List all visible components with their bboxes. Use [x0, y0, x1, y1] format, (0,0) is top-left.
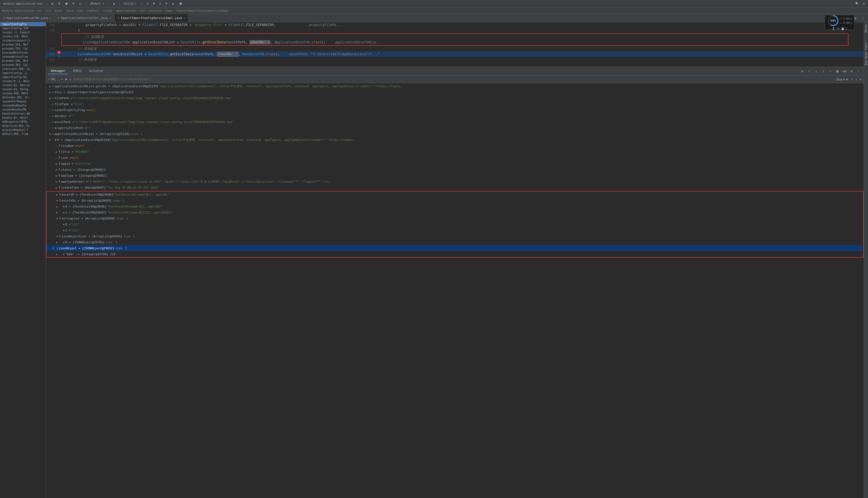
callstack-item-13[interactable]: importConfig:92,	[0, 75, 46, 79]
close-tab-2[interactable]: ✕	[184, 16, 185, 19]
breadcrumb-java[interactable]: java	[66, 9, 73, 12]
git-run-btn[interactable]: ⏵	[171, 1, 176, 6]
watch-input[interactable]	[73, 78, 832, 81]
git-cross-btn[interactable]: ✗	[146, 1, 150, 6]
callstack-item-1[interactable]: importConfig:194	[0, 26, 46, 30]
callstack-item-20[interactable]: invokeAndHandle	[0, 104, 46, 107]
var-row-stringlist[interactable]: ▼ f stringList = {ArrayList@29690} size:…	[46, 215, 863, 221]
callstack-item-11[interactable]: intercept:708, Cg	[0, 67, 46, 71]
filter-check[interactable]: ✓ XN... ▾	[48, 78, 63, 81]
filter-sort-icon[interactable]: ↕	[69, 78, 71, 81]
callstack-item-14[interactable]: invoke:0:-1, Nati	[0, 79, 46, 83]
toggle-linenum[interactable]: —	[55, 144, 58, 147]
toggle-filepath[interactable]: ▶	[48, 97, 52, 100]
nav-up-btn[interactable]: ↑	[851, 78, 853, 81]
var-row-createtime[interactable]: ▶ f createTime = {Date@29687} "Thu Aug 1…	[46, 184, 864, 191]
callstack-item-7[interactable]: proceedWithInvoc	[0, 51, 46, 55]
maven-label[interactable]: Maven	[865, 24, 867, 32]
callstack-item-12[interactable]: importConfig:-1,	[0, 71, 46, 75]
var-row-coverproperty[interactable]: — ∞ coverPropertyFlag = null	[46, 107, 864, 113]
debug-more2-btn[interactable]: ⋮	[856, 68, 862, 74]
toggle-excelpath[interactable]: —	[48, 121, 52, 123]
breadcrumb-module[interactable]: module-application-svc	[2, 9, 42, 12]
toggle-bbb[interactable]: ▶	[55, 253, 59, 256]
lang-select[interactable]: Java ▾	[835, 78, 849, 81]
toggle-destdir[interactable]: —	[48, 115, 52, 118]
callstack-item-15[interactable]: invoke:62, Native	[0, 83, 46, 87]
var-row-icon[interactable]: — f icon = null	[46, 155, 864, 161]
callstack-item-19[interactable]: invokeForReques	[0, 100, 46, 104]
callstack-item-23[interactable]: handle:87, Abstr	[0, 116, 46, 120]
debug-lines-btn[interactable]: ≡≡	[841, 68, 847, 74]
pause-btn[interactable]: ⏸	[57, 1, 62, 6]
nav-down-btn[interactable]: ↓	[856, 78, 857, 81]
debug-settings-btn[interactable]: ⚙	[849, 68, 854, 74]
toggle-apptype[interactable]: ▶	[55, 174, 58, 177]
breadcrumb-impl[interactable]: impl	[165, 9, 173, 12]
debug-up-btn[interactable]: ⇑	[806, 68, 812, 74]
debug-flag-btn[interactable]: ⚐	[827, 68, 833, 74]
tab-exportimportconfig[interactable]: I ExportImportConfigServiceImpl.java ✕	[114, 14, 189, 22]
callstack-item-10[interactable]: proceed:763, Cgl	[0, 63, 46, 67]
toggle-stringlist-1[interactable]: —	[55, 229, 59, 232]
filter-funnel-icon[interactable]: ⚑	[65, 78, 67, 81]
callstack-item-17[interactable]: invoke:498, Meth	[0, 91, 46, 95]
git-sync-btn[interactable]: ↺	[158, 1, 162, 6]
debug-menu-btn[interactable]: ≡	[799, 68, 805, 74]
var-row-excelpath[interactable]: — ∞ excelPath = "C:\Users\16872\AppData\…	[46, 119, 864, 125]
callstack-item-8[interactable]: invokeWithinTran	[0, 55, 46, 59]
bigdata-tools-label[interactable]: Big Data Tools	[865, 42, 867, 65]
toggle-jsonobject[interactable]: ▼	[52, 247, 55, 250]
callstack-item-21[interactable]: invokeHandlerMe	[0, 107, 46, 112]
var-row-appexcelvolist-get[interactable]: ▶ ∞ applicationExcelVOList.get(0) = {App…	[46, 83, 864, 89]
breadcrumb-class[interactable]: ExportImportConfigServiceImpl	[177, 9, 229, 12]
callstack-item-9[interactable]: proceed:186, Ref	[0, 59, 46, 63]
toggle-excelvos-0[interactable]: ▶	[55, 205, 59, 208]
toggle-icon[interactable]: —	[55, 156, 58, 159]
callstack-item-4[interactable]: invokeJoinpoint:3	[0, 38, 46, 42]
var-row-excelvo[interactable]: ▶ f excelVO = {TestExcelVO@29688} "TestE…	[46, 192, 863, 197]
toggle-excelvos-1[interactable]: ▶	[55, 211, 59, 214]
callstack-item-2[interactable]: invoke:-1, Export	[0, 30, 46, 35]
debug-grid-btn[interactable]: ▦	[835, 68, 840, 74]
undo-btn[interactable]: ↺	[78, 1, 82, 6]
breadcrumb-com[interactable]: com	[77, 9, 83, 12]
toggle-jsonobjectlist[interactable]: ▼	[55, 235, 59, 238]
var-row-title[interactable]: ▶ f title = "平台管理"	[46, 149, 864, 155]
toggle-excelvo[interactable]: ▶	[55, 193, 59, 196]
var-row-jsonobjectlist-0[interactable]: ▶ ≡ 0 = {JSONObject@29701} size: 1	[46, 239, 863, 245]
var-row-status[interactable]: ▶ f status = {Integer@29686} 0	[46, 167, 864, 173]
toggle-excelvos[interactable]: ▼	[55, 199, 59, 202]
tab-actuator[interactable]: Actuator	[87, 68, 106, 74]
tab-applicationcontroller[interactable]: J ApplicationController.java ✕	[54, 14, 114, 22]
toggle-stringlist-0[interactable]: —	[55, 223, 59, 226]
toggle-title[interactable]: ▶	[55, 150, 58, 153]
settings-btn[interactable]: ⚙	[862, 1, 866, 6]
toggle-appexcelvolist-get[interactable]: ▶	[48, 85, 52, 88]
var-row-appexcelvolist[interactable]: ▼ ∞ applicationExcelVOList = {ArrayList@…	[46, 131, 864, 137]
breadcrumb-svc[interactable]: svc	[140, 9, 145, 12]
breadcrumb-main[interactable]: main	[55, 9, 62, 12]
breadcrumb-cloud[interactable]: cloud	[103, 9, 112, 12]
var-row-appexcelvo-0[interactable]: ▼ 0 0 = {ApplicationExcelVO@25139} "Appl…	[46, 137, 864, 143]
toggle-appid[interactable]: ▶	[55, 162, 58, 165]
rebuild-btn[interactable]: ⟳	[71, 1, 76, 6]
var-row-propertyfilepath[interactable]: — ∞ propertyFilePath = ""	[46, 125, 864, 131]
tab-console[interactable]: 控制台	[70, 68, 84, 75]
var-row-filepath[interactable]: ▶ ∞ filePath = "C:\Users\16872\AppData\L…	[46, 95, 864, 101]
breadcrumb-service[interactable]: service	[149, 9, 161, 12]
callstack-item-18[interactable]: doInvoke:205, In	[0, 95, 46, 100]
git-check-btn[interactable]: ✓	[140, 1, 144, 6]
filter-dropdown-icon[interactable]: ▾	[61, 78, 63, 81]
tab-applicationexcelvo[interactable]: J ApplicationExcelVO.java ✕	[0, 14, 54, 22]
var-row-excelvos[interactable]: ▼ f excelVOs = {ArrayList@29689} size: 2	[46, 197, 863, 204]
callstack-item-22[interactable]: handleInternal:80	[0, 112, 46, 116]
toggle-apptypedetail[interactable]: ▶	[55, 180, 58, 183]
var-row-apptype[interactable]: ▶ f appType = {Integer@29685} 1	[46, 173, 864, 179]
add-watch-btn[interactable]: +	[859, 78, 862, 81]
callstack-item-25[interactable]: doService:963, Di	[0, 124, 46, 128]
git-stop-btn[interactable]: ⏹	[178, 1, 183, 6]
toggle-filetype[interactable]: —	[48, 103, 52, 106]
toggle-stringlist[interactable]: ▼	[55, 217, 59, 220]
toggle-appexcelvo-0[interactable]: ▼	[48, 139, 52, 142]
